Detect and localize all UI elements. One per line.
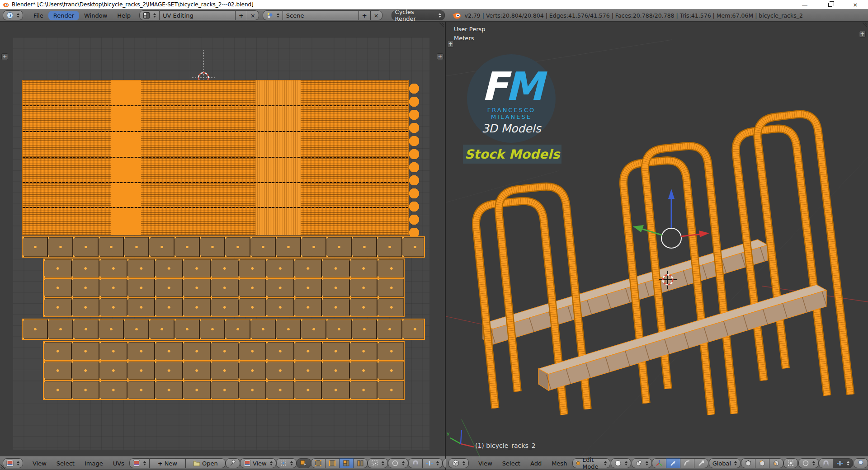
vertex-select-button[interactable] <box>741 458 755 468</box>
layout-name-field[interactable]: UV Editing <box>160 10 236 20</box>
uv-island-beam-row[interactable] <box>43 341 405 361</box>
uv-island-beam-row[interactable] <box>43 380 405 400</box>
screen-layout-icon-button[interactable] <box>139 10 160 20</box>
image-pin-button[interactable] <box>226 458 240 468</box>
limit-to-visible-button[interactable] <box>783 458 798 468</box>
scene-icon <box>266 12 274 19</box>
image-datablock-browse-button[interactable] <box>129 458 150 468</box>
uv-proportional-edit-dropdown[interactable] <box>388 458 408 468</box>
uv-island-tube-caps[interactable] <box>408 82 420 240</box>
info-editor-icon: i <box>6 12 14 19</box>
mode-select[interactable]: Edit Mode <box>572 458 610 468</box>
v3d-snap-target-dropdown[interactable] <box>833 458 853 468</box>
uv-cells <box>44 259 404 277</box>
uv-select-vertex-button[interactable] <box>311 458 326 468</box>
area-corner-grip[interactable] <box>438 23 444 29</box>
scene-add-button[interactable]: + <box>359 10 371 20</box>
proportional-edit-icon <box>392 460 399 467</box>
region-expand-right-button[interactable]: + <box>437 53 443 60</box>
image-new-button[interactable]: +New <box>150 458 186 468</box>
v3d-menu-mesh[interactable]: Mesh <box>547 460 572 467</box>
uv-menu-view[interactable]: View <box>28 460 52 467</box>
uv-island-beam-row[interactable] <box>43 297 405 317</box>
transform-orientation-select[interactable]: Global <box>709 458 741 468</box>
uv-select-island-button[interactable] <box>354 458 368 468</box>
manipulator-toggle-button[interactable] <box>652 458 666 468</box>
editor-type-3dview-button[interactable] <box>448 458 469 468</box>
scene-selector: Scene + × <box>263 10 382 20</box>
stepper-icon <box>402 461 405 465</box>
layout-delete-button[interactable]: × <box>247 10 259 20</box>
restore-button[interactable] <box>817 0 843 9</box>
scene-icon-button[interactable] <box>263 10 283 20</box>
manipulator-scale-button[interactable] <box>694 458 708 468</box>
uv-island-beam-row[interactable] <box>43 278 405 298</box>
stepper-icon <box>646 461 648 465</box>
blender-logo-icon <box>2 2 9 8</box>
fm-logo-letters: FM <box>467 67 556 106</box>
viewport-shading-dropdown[interactable] <box>611 458 631 468</box>
area-corner-grip[interactable] <box>861 23 867 29</box>
scene-name-field[interactable]: Scene <box>283 10 359 20</box>
manipulator-rotate-button[interactable] <box>680 458 694 468</box>
stepper-icon <box>382 461 384 465</box>
uv-menu-select[interactable]: Select <box>52 460 80 467</box>
toolshelf-expand-button[interactable]: + <box>447 41 454 47</box>
editor-type-info-button[interactable]: i <box>3 10 23 20</box>
manipulator-group <box>652 458 708 468</box>
stepper-icon <box>847 461 849 465</box>
uv-sync-select-toggle[interactable] <box>297 458 311 468</box>
menu-window[interactable]: Window <box>79 12 112 19</box>
occlude-geometry-icon <box>787 460 794 467</box>
shading-solid-icon <box>614 460 622 467</box>
render-engine-select[interactable]: Cycles Render <box>392 10 445 20</box>
uv-island-beam-row[interactable] <box>43 258 405 278</box>
uv-snap-target-dropdown[interactable] <box>423 458 443 468</box>
edge-select-button[interactable] <box>755 458 769 468</box>
region-expand-left-button[interactable]: + <box>1 53 8 60</box>
title-bar: Blender* [C:\Users\franc\Desktop\bicycle… <box>0 0 868 9</box>
uv-select-face-button[interactable] <box>340 458 354 468</box>
translate-z-handle <box>668 189 675 199</box>
menu-render[interactable]: Render <box>48 11 79 20</box>
scene-delete-button[interactable]: × <box>371 10 382 20</box>
uv-editor-canvas[interactable]: + + <box>0 22 445 456</box>
uv-menu-image[interactable]: Image <box>80 460 108 467</box>
edit-mode-icon <box>576 460 580 467</box>
uv-island-beam-row[interactable] <box>22 319 425 340</box>
uv-row-separator <box>23 182 408 183</box>
uv-display-view-select[interactable]: View <box>240 458 276 468</box>
minimize-button[interactable]: — <box>792 0 817 9</box>
uv-island-beam-row[interactable] <box>22 236 425 258</box>
properties-expand-button[interactable]: + <box>859 31 866 38</box>
menu-help[interactable]: Help <box>112 12 136 19</box>
stepper-icon <box>604 461 607 465</box>
v3d-snap-toggle[interactable] <box>819 458 833 468</box>
uv-island-beam-row[interactable] <box>43 361 405 381</box>
v3d-menu-add[interactable]: Add <box>525 460 547 467</box>
uv-snap-toggle[interactable] <box>408 458 423 468</box>
sticky-select-icon <box>371 460 378 467</box>
pivot-center-dropdown[interactable] <box>632 458 652 468</box>
v3d-proportional-edit-dropdown[interactable] <box>798 458 819 468</box>
v3d-menu-select[interactable]: Select <box>497 460 525 467</box>
uv-menu-uvs[interactable]: UVs <box>108 460 129 467</box>
menu-file[interactable]: File <box>28 12 48 19</box>
v3d-menu-view[interactable]: View <box>473 460 497 467</box>
rotate-icon <box>684 460 691 467</box>
uv-sticky-select-dropdown[interactable] <box>368 458 388 468</box>
uv-sync-select-icon <box>300 460 307 467</box>
uv-pivot-select[interactable] <box>276 458 297 468</box>
manipulator-translate-button[interactable] <box>666 458 680 468</box>
face-select-button[interactable] <box>769 458 783 468</box>
image-open-button[interactable]: Open <box>186 458 226 468</box>
close-button[interactable]: × <box>843 0 868 9</box>
opengl-render-button[interactable] <box>854 458 868 468</box>
layout-add-button[interactable]: + <box>236 10 247 20</box>
uv-island-tubes[interactable] <box>23 80 408 235</box>
stepper-icon <box>812 461 815 465</box>
view3d-canvas[interactable]: User Persp Meters <box>446 22 868 456</box>
open-folder-icon <box>193 460 200 467</box>
area-corner-grip[interactable] <box>0 463 7 469</box>
uv-select-edge-button[interactable] <box>326 458 340 468</box>
